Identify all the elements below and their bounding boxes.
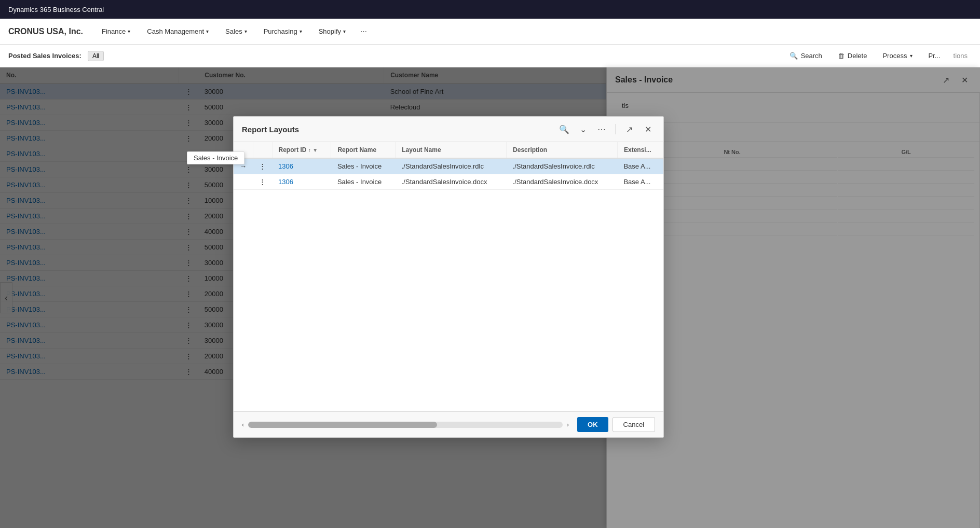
sales-dropdown-icon: ▾ xyxy=(244,29,247,34)
scrollbar-thumb xyxy=(248,422,437,428)
top-nav: CRONUS USA, Inc. Finance ▾ Cash Manageme… xyxy=(0,19,980,45)
modal-col-report-id[interactable]: Report ID ↑ ▼ xyxy=(272,142,331,158)
process-dropdown-icon: ▾ xyxy=(910,53,913,59)
modal-col-report-name[interactable]: Report Name xyxy=(331,142,396,158)
page-label: Posted Sales Invoices: xyxy=(8,52,81,60)
report-layout-row[interactable]: → ⋮ 1306 Sales - Invoice ./StandardSales… xyxy=(234,158,663,174)
search-icon: 🔍 xyxy=(790,52,798,60)
nav-item-finance[interactable]: Finance ▾ xyxy=(96,23,137,39)
nav-more-button[interactable]: ⋯ xyxy=(356,24,371,39)
modal-overlay: Report Layouts 🔍 ⌄ ⋯ ↗ ✕ xyxy=(0,67,980,528)
title-bar: Dynamics 365 Business Central xyxy=(0,0,980,19)
horizontal-scrollbar[interactable] xyxy=(248,422,562,428)
footer-buttons: OK Cancel xyxy=(577,417,655,432)
cancel-button[interactable]: Cancel xyxy=(612,417,655,432)
delete-icon: 🗑 xyxy=(838,52,845,60)
modal-close-icon[interactable]: ✕ xyxy=(641,122,655,136)
description: ./StandardSalesInvoice.rdlc xyxy=(507,158,618,174)
modal-col-options xyxy=(253,142,272,158)
shopify-dropdown-icon: ▾ xyxy=(343,29,346,34)
report-id[interactable]: 1306 xyxy=(272,158,331,174)
pr-button[interactable]: Pr... xyxy=(921,49,947,62)
report-name: Sales - Invoice xyxy=(331,174,396,190)
modal-col-description[interactable]: Description xyxy=(507,142,618,158)
nav-item-cash-management[interactable]: Cash Management ▾ xyxy=(141,23,215,39)
extension: Base A... xyxy=(617,158,663,174)
modal-col-extension[interactable]: Extensi... xyxy=(617,142,663,158)
nav-item-shopify[interactable]: Shopify ▾ xyxy=(312,23,352,39)
report-layouts-table: Report ID ↑ ▼ Report Name Layout Name xyxy=(234,142,663,190)
modal-row-options-icon[interactable]: ⋮ xyxy=(253,158,272,174)
nav-item-purchasing[interactable]: Purchasing ▾ xyxy=(257,23,308,39)
modal-table-wrap: Report ID ↑ ▼ Report Name Layout Name xyxy=(234,142,663,411)
modal-header-icons: 🔍 ⌄ ⋯ ↗ ✕ xyxy=(557,122,655,136)
cash-mgmt-dropdown-icon: ▾ xyxy=(206,29,209,34)
modal-expand-icon[interactable]: ↗ xyxy=(622,122,636,136)
right-label: tions xyxy=(949,52,972,60)
purchasing-dropdown-icon: ▾ xyxy=(300,29,302,34)
tooltip-sales-invoice: Sales - Invoice xyxy=(187,151,244,164)
more-icon: ⋯ xyxy=(360,27,367,35)
process-button[interactable]: Process ▾ xyxy=(876,49,919,62)
extension: Base A... xyxy=(617,174,663,190)
row-arrow-icon xyxy=(234,174,253,190)
ok-button[interactable]: OK xyxy=(577,417,608,432)
modal-col-layout-name[interactable]: Layout Name xyxy=(396,142,507,158)
description: ./StandardSalesInvoice.docx xyxy=(507,174,618,190)
sort-asc-icon: ↑ xyxy=(308,147,311,153)
filter-badge[interactable]: All xyxy=(88,51,104,61)
modal-row-options-icon[interactable]: ⋮ xyxy=(253,174,272,190)
report-name: Sales - Invoice xyxy=(331,158,396,174)
finance-dropdown-icon: ▾ xyxy=(128,29,130,34)
scroll-right-icon[interactable]: › xyxy=(567,421,569,428)
delete-button[interactable]: 🗑 Delete xyxy=(831,49,874,62)
modal-footer: ‹ › OK Cancel xyxy=(234,411,663,437)
app-title: Dynamics 365 Business Central xyxy=(8,6,104,13)
modal-more-icon[interactable]: ⋯ xyxy=(594,122,609,136)
layout-name: ./StandardSalesInvoice.rdlc xyxy=(396,158,507,174)
modal-header: Report Layouts 🔍 ⌄ ⋯ ↗ ✕ xyxy=(234,117,663,142)
company-name: CRONUS USA, Inc. xyxy=(8,27,83,36)
layout-name: ./StandardSalesInvoice.docx xyxy=(396,174,507,190)
modal-search-icon[interactable]: 🔍 xyxy=(557,122,571,136)
report-layout-row[interactable]: ⋮ 1306 Sales - Invoice ./StandardSalesIn… xyxy=(234,174,663,190)
action-bar: Posted Sales Invoices: All 🔍 Search 🗑 De… xyxy=(0,45,980,67)
main-area: ‹ No. Customer No. Customer Name Currenc… xyxy=(0,67,980,528)
report-layouts-modal: Report Layouts 🔍 ⌄ ⋯ ↗ ✕ xyxy=(233,116,664,438)
nav-item-sales[interactable]: Sales ▾ xyxy=(219,23,253,39)
report-id[interactable]: 1306 xyxy=(272,174,331,190)
modal-title: Report Layouts xyxy=(242,125,299,134)
scroll-left-icon[interactable]: ‹ xyxy=(242,421,244,428)
modal-content: Report ID ↑ ▼ Report Name Layout Name xyxy=(234,142,663,411)
modal-search-dropdown-icon[interactable]: ⌄ xyxy=(576,122,590,136)
search-button[interactable]: 🔍 Search xyxy=(783,49,829,62)
filter-funnel-icon: ▼ xyxy=(312,147,318,153)
